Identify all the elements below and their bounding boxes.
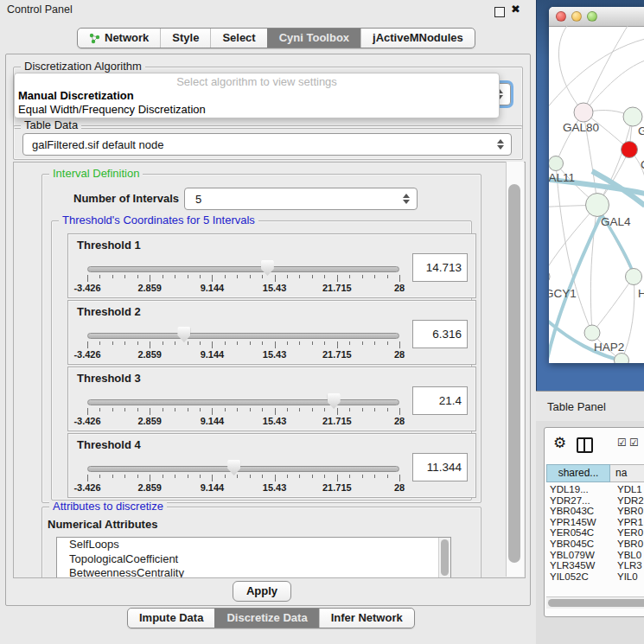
network-node-ga[interactable]	[623, 107, 642, 126]
tick-mark	[299, 408, 300, 411]
tick-label: 15.43	[263, 283, 287, 293]
horizontal-scrollbar[interactable]	[546, 596, 644, 609]
threshold-panel-3: Threshold 3-3.4262.8599.14415.4321.71528…	[67, 367, 476, 431]
cell-name[interactable]: YBR0	[610, 506, 643, 517]
tab-style[interactable]: Style	[160, 29, 210, 48]
table-data-select[interactable]: galFiltered.sif default node	[22, 133, 512, 156]
threshold-value-field[interactable]: 6.316	[412, 320, 468, 348]
scrollbar-thumb[interactable]	[548, 599, 644, 607]
tick-mark	[137, 408, 138, 411]
cell-shared-name[interactable]: YLR345W	[546, 560, 610, 571]
tick-mark	[150, 341, 150, 348]
table-row[interactable]: YDR27...YDR2	[546, 495, 644, 507]
cell-name[interactable]: YIL0	[610, 571, 638, 581]
slider-track[interactable]	[87, 333, 399, 339]
tab-jactivemnodules[interactable]: jActiveMNodules	[360, 29, 475, 48]
cell-name[interactable]: YLR3	[610, 560, 642, 571]
cell-name[interactable]: YBR0	[610, 539, 643, 550]
attribute-list-item[interactable]: TopologicalCoefficient	[57, 552, 450, 567]
cell-shared-name[interactable]: YBR043C	[546, 506, 610, 517]
checkbox-icon[interactable]: ☑	[629, 437, 639, 449]
cell-shared-name[interactable]: YBR045C	[546, 539, 610, 550]
table-row[interactable]: YBR045CYBR0	[546, 539, 644, 550]
slider-handle[interactable]	[227, 460, 240, 475]
split-columns-icon[interactable]	[577, 437, 593, 453]
cell-shared-name[interactable]: YDL19...	[546, 484, 610, 495]
table-row[interactable]: YBL079WYBL0	[546, 550, 644, 561]
close-traffic-light[interactable]	[556, 11, 566, 22]
cell-shared-name[interactable]: YER054C	[546, 527, 610, 539]
attribute-list-item[interactable]: BetweennessCentrality	[57, 566, 450, 578]
column-header-shared-name[interactable]: shared...	[546, 464, 610, 482]
tab-select[interactable]: Select	[210, 29, 266, 48]
cell-shared-name[interactable]: YPR145W	[546, 517, 610, 528]
slider-handle[interactable]	[261, 260, 274, 276]
num-intervals-select[interactable]: 5	[184, 188, 418, 210]
slider-track[interactable]	[87, 266, 399, 272]
attribute-list-item[interactable]: SelfLoops	[57, 538, 450, 552]
threshold-value-field[interactable]: 11.344	[412, 453, 468, 481]
zoom-traffic-light[interactable]	[587, 11, 597, 22]
cell-shared-name[interactable]: YIL052C	[546, 571, 610, 581]
apply-button[interactable]: Apply	[233, 581, 291, 602]
network-node[interactable]	[615, 354, 629, 364]
cell-name[interactable]: YDL1	[610, 484, 642, 495]
tab-label: Cyni Toolbox	[279, 29, 349, 48]
tick-mark	[362, 275, 363, 278]
tab-discretize-data[interactable]: Discretize Data	[214, 609, 318, 628]
network-node-h[interactable]	[626, 269, 642, 285]
tick-mark	[349, 475, 350, 478]
list-scrollbar[interactable]	[438, 538, 450, 578]
table-row[interactable]: YLR345WYLR3	[546, 560, 644, 571]
vertical-scrollbar[interactable]	[506, 162, 524, 577]
slider-track[interactable]	[87, 399, 399, 405]
slider-handle[interactable]	[328, 393, 341, 409]
network-window-titlebar[interactable]	[549, 7, 644, 27]
close-icon[interactable]: ✖	[511, 3, 520, 16]
network-edge[interactable]	[558, 26, 583, 112]
tab-impute-data[interactable]: Impute Data	[128, 609, 214, 628]
table-row[interactable]: YBR043CYBR0	[546, 506, 644, 517]
table-row[interactable]: YDL19...YDL1	[546, 484, 644, 495]
network-node-gal4[interactable]	[586, 194, 609, 217]
column-header-name[interactable]: na	[610, 464, 644, 482]
table-row[interactable]: YIL052CYIL0	[546, 571, 644, 581]
network-node-hap2[interactable]	[584, 325, 600, 341]
threshold-value-field[interactable]: 21.4	[412, 386, 468, 415]
tick-mark	[387, 341, 388, 345]
network-canvas[interactable]: GAL80GACGAL11GAL4GCY1HHAP2	[549, 26, 644, 363]
network-node-c[interactable]	[622, 142, 638, 158]
node-label: H	[638, 287, 644, 300]
network-node-gal11[interactable]	[549, 156, 564, 171]
network-node-gcy1[interactable]	[549, 269, 550, 284]
gear-icon[interactable]: ⚙	[553, 434, 566, 452]
table-row[interactable]: YER054CYER0	[546, 527, 644, 539]
cell-name[interactable]: YPR1	[610, 517, 643, 528]
threshold-value-field[interactable]: 14.713	[412, 253, 468, 282]
scrollbar-thumb[interactable]	[508, 184, 520, 563]
cell-name[interactable]: YBL0	[610, 550, 641, 561]
tab-cyni-toolbox[interactable]: Cyni Toolbox	[267, 29, 360, 48]
minimize-traffic-light[interactable]	[571, 11, 582, 22]
dropdown-option[interactable]: Equal Width/Frequency Discretization	[15, 103, 499, 117]
dropdown-option[interactable]: Manual Discretization	[15, 89, 499, 103]
network-edge[interactable]	[592, 277, 634, 333]
tick-mark	[362, 408, 363, 411]
cell-name[interactable]: YDR2	[610, 495, 644, 507]
tab-network[interactable]: Network	[78, 29, 160, 48]
cell-shared-name[interactable]: YDR27...	[546, 495, 610, 507]
network-node-gal80[interactable]	[574, 103, 593, 122]
tab-infer-network[interactable]: Infer Network	[319, 609, 414, 628]
network-edge[interactable]	[583, 61, 644, 112]
network-edge[interactable]	[583, 26, 628, 112]
checkbox-icon[interactable]: ☑	[617, 437, 627, 449]
tab-label: jActiveMNodules	[373, 29, 463, 48]
table-row[interactable]: YPR145WYPR1	[546, 517, 644, 528]
cell-shared-name[interactable]: YBL079W	[546, 550, 610, 561]
float-window-icon[interactable]	[494, 7, 505, 17]
numerical-attributes-list[interactable]: SelfLoopsTopologicalCoefficientBetweenne…	[56, 537, 451, 578]
slider-handle[interactable]	[177, 327, 190, 342]
slider-track[interactable]	[87, 466, 399, 472]
cell-name[interactable]: YER0	[610, 527, 643, 539]
tick-mark	[225, 408, 226, 411]
